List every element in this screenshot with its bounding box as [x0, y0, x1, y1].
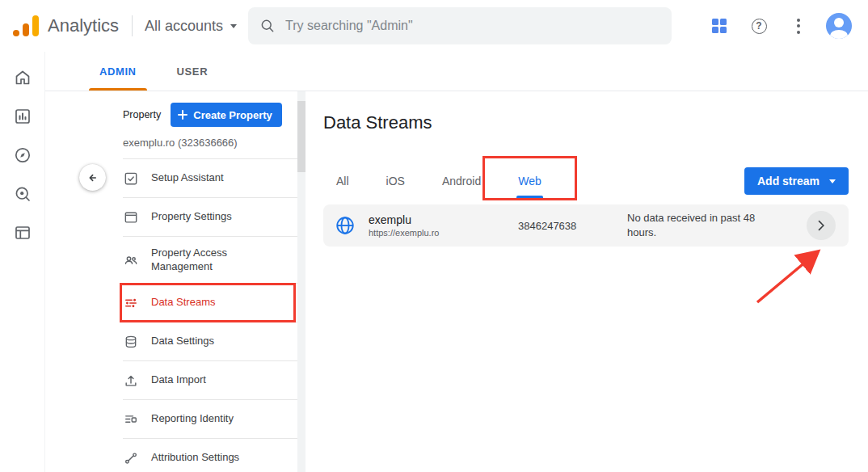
stream-status: No data received in past 48 hours. — [627, 211, 777, 239]
admin-user-tabs: ADMIN USER — [45, 52, 868, 91]
property-column-label: Property — [123, 109, 161, 120]
product-name: Analytics — [48, 15, 119, 36]
tab-user-label: USER — [177, 65, 209, 78]
home-icon[interactable] — [8, 63, 37, 92]
advertising-icon[interactable] — [8, 179, 37, 209]
menu-item-data-settings[interactable]: Data Settings — [123, 322, 297, 361]
analytics-home-link[interactable]: Analytics — [13, 15, 119, 36]
menu-item-label: Attribution Settings — [151, 451, 239, 465]
configure-icon[interactable] — [8, 218, 37, 247]
menu-item-label: Property Access Management — [151, 247, 272, 274]
data-streams-content: Data Streams All iOS Android Web — [305, 91, 868, 472]
menu-item-label: Setup Assistant — [151, 171, 224, 185]
reporting-identity-icon — [123, 411, 139, 428]
stream-tab-label: iOS — [386, 175, 405, 188]
more-vertical-glyph — [797, 19, 800, 34]
menu-item-label: Data Settings — [151, 335, 214, 348]
help-icon[interactable]: ? — [743, 10, 775, 42]
stream-name-cell: exemplu https://exemplu.ro — [369, 213, 518, 238]
google-analytics-admin-page: Analytics All accounts ? — [0, 0, 868, 472]
stream-id: 3846247638 — [518, 220, 627, 232]
menu-item-property-settings[interactable]: Property Settings — [123, 198, 297, 237]
setup-assistant-icon — [123, 171, 139, 187]
menu-item-data-import[interactable]: Data Import — [123, 361, 297, 400]
content-column: ADMIN USER — [45, 52, 868, 472]
property-panel-head: Property Create Property exemplu.ro (323… — [123, 103, 297, 159]
scrollbar[interactable] — [297, 91, 305, 472]
search-input[interactable] — [285, 19, 660, 33]
plus-icon — [178, 110, 188, 120]
data-import-icon — [123, 373, 139, 389]
header-divider — [132, 15, 133, 36]
nav-rail — [0, 52, 45, 472]
header-actions: ? — [703, 10, 852, 42]
property-menu: Setup Assistant Property Settings — [123, 159, 297, 472]
scrollbar-thumb[interactable] — [297, 101, 305, 172]
create-property-label: Create Property — [193, 109, 272, 121]
reports-icon[interactable] — [8, 102, 37, 131]
add-stream-label: Add stream — [757, 175, 820, 188]
menu-item-label: Property Settings — [151, 210, 232, 224]
menu-item-reporting-identity[interactable]: Reporting Identity — [123, 400, 297, 439]
stream-tab-android[interactable]: Android — [429, 164, 494, 198]
property-selector[interactable]: exemplu.ro (323636666) — [123, 137, 297, 158]
arrow-left-icon — [84, 169, 102, 187]
search-icon — [259, 18, 276, 34]
stream-url: https://exemplu.ro — [369, 228, 518, 238]
search-bar[interactable] — [248, 7, 672, 44]
avatar[interactable] — [826, 13, 852, 39]
stream-tab-label: Android — [442, 175, 481, 188]
attribution-settings-icon — [123, 450, 139, 466]
menu-item-label: Data Import — [151, 373, 206, 387]
collapse-panel-button[interactable] — [79, 164, 106, 191]
stream-name: exemplu — [369, 213, 518, 226]
menu-item-attribution-settings[interactable]: Attribution Settings — [123, 439, 297, 472]
chevron-down-icon — [829, 179, 836, 183]
stream-tab-all[interactable]: All — [323, 164, 362, 198]
stream-tab-label: Web — [518, 175, 541, 188]
tab-admin[interactable]: ADMIN — [79, 52, 157, 91]
analytics-logo-icon — [13, 15, 40, 36]
apps-grid-icon[interactable] — [703, 10, 735, 42]
app-header: Analytics All accounts ? — [0, 0, 868, 52]
tab-admin-label: ADMIN — [99, 65, 137, 78]
stream-tab-ios[interactable]: iOS — [373, 164, 418, 198]
stream-row[interactable]: exemplu https://exemplu.ro 3846247638 No… — [323, 204, 849, 247]
account-selector-label: All accounts — [145, 18, 223, 35]
stream-tab-web[interactable]: Web — [505, 164, 554, 198]
stream-tab-label: All — [336, 175, 349, 188]
stream-tabs-row: All iOS Android Web Add s — [323, 164, 849, 198]
menu-item-label: Reporting Identity — [151, 412, 234, 426]
menu-item-data-streams[interactable]: Data Streams — [123, 284, 297, 322]
avatar-person-icon — [834, 18, 844, 27]
account-selector[interactable]: All accounts — [145, 18, 237, 35]
property-settings-icon — [123, 209, 139, 225]
page-title: Data Streams — [323, 112, 849, 133]
create-property-button[interactable]: Create Property — [171, 103, 282, 127]
menu-item-setup-assistant[interactable]: Setup Assistant — [123, 159, 297, 198]
chevron-down-icon — [230, 24, 237, 28]
data-settings-icon — [123, 334, 139, 350]
add-stream-button[interactable]: Add stream — [744, 167, 849, 195]
admin-body: Property Create Property exemplu.ro (323… — [45, 91, 868, 472]
menu-item-property-access-management[interactable]: Property Access Management — [123, 237, 297, 284]
chevron-right-icon[interactable] — [807, 211, 836, 240]
data-streams-icon — [123, 295, 139, 311]
explore-icon[interactable] — [8, 141, 37, 170]
property-access-icon — [123, 252, 139, 268]
body-row: ADMIN USER — [0, 52, 868, 472]
property-panel: Property Create Property exemplu.ro (323… — [113, 91, 297, 472]
more-vertical-icon[interactable] — [782, 10, 815, 42]
globe-icon — [335, 215, 356, 236]
collapse-gutter — [45, 91, 113, 472]
apps-grid-glyph — [712, 19, 727, 33]
menu-item-label: Data Streams — [151, 296, 215, 310]
help-glyph: ? — [752, 19, 767, 34]
tab-user[interactable]: USER — [157, 52, 229, 91]
